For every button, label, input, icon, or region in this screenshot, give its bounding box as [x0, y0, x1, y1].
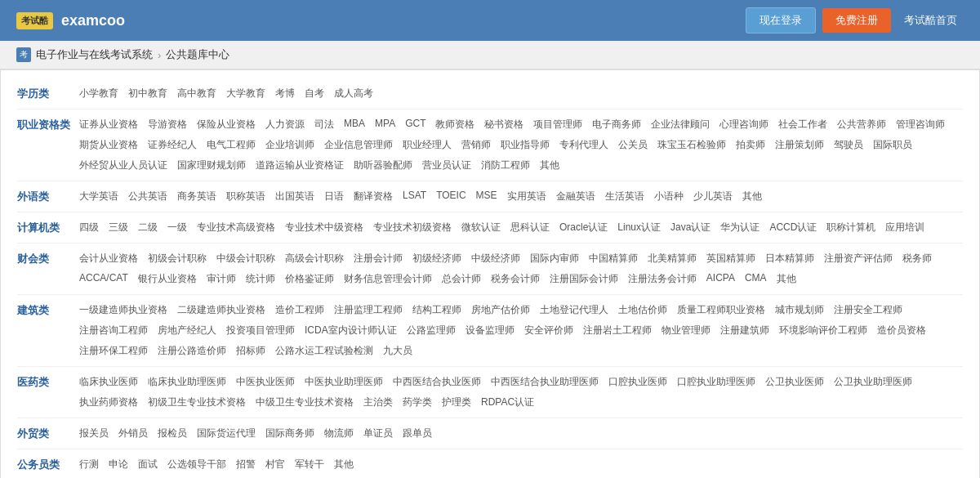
category-item[interactable]: 税务师 [898, 250, 937, 267]
category-item[interactable]: 国家理财规划师 [172, 157, 251, 174]
category-item[interactable]: 注册咨询工程师 [74, 322, 153, 339]
category-item[interactable]: RDPAC认证 [476, 394, 539, 411]
category-item[interactable]: 注册策划师 [770, 136, 829, 154]
category-item[interactable]: 房地产经纪人 [153, 322, 221, 339]
category-item[interactable]: 专利代理人 [555, 136, 613, 154]
category-item[interactable]: MPA [370, 116, 400, 133]
category-item[interactable]: 物业管理师 [657, 322, 715, 339]
category-item[interactable]: 人力资源 [261, 116, 310, 133]
category-item[interactable]: 投资项目管理师 [221, 322, 300, 339]
category-item[interactable]: 高级会计职称 [280, 250, 349, 267]
category-item[interactable]: 高中教育 [172, 85, 221, 102]
category-item[interactable]: 企业培训师 [261, 136, 319, 154]
category-item[interactable]: 注册监理工程师 [329, 302, 408, 319]
category-item[interactable]: 造价员资格 [872, 322, 931, 339]
category-item[interactable]: 大学教育 [221, 85, 270, 102]
category-item[interactable]: 实用英语 [502, 188, 551, 205]
category-item[interactable]: 二级建造师执业资格 [172, 302, 270, 319]
category-item[interactable]: 企业法律顾问 [646, 116, 715, 133]
category-item[interactable]: 安全评价师 [519, 322, 578, 339]
category-item[interactable]: 企业信息管理师 [319, 136, 398, 154]
category-item[interactable]: 翻译资格 [349, 188, 398, 205]
category-item[interactable]: 日语 [319, 188, 349, 205]
category-item[interactable]: 单证员 [359, 425, 398, 442]
category-item[interactable]: 保险从业资格 [192, 116, 261, 133]
breadcrumb-system[interactable]: 电子作业与在线考试系统 [36, 47, 153, 62]
category-item[interactable]: 中医执业助理医师 [300, 373, 388, 391]
category-item[interactable]: TOEIC [431, 188, 470, 205]
category-item[interactable]: 拍卖师 [731, 136, 770, 154]
category-item[interactable]: 商务英语 [172, 188, 221, 205]
category-item[interactable]: 跟单员 [398, 425, 437, 442]
category-item[interactable]: 中级经济师 [466, 250, 525, 267]
category-item[interactable]: 公共营养师 [832, 116, 891, 133]
category-item[interactable]: ACCA/CAT [74, 270, 133, 288]
category-item[interactable]: 中西医结合执业助理医师 [486, 373, 604, 391]
category-item[interactable]: 国际商务师 [261, 425, 319, 442]
category-item[interactable]: 初中教育 [123, 85, 172, 102]
category-item[interactable]: GCT [400, 116, 430, 133]
category-item[interactable]: 价格鉴证师 [280, 270, 339, 288]
category-item[interactable]: 驾驶员 [829, 136, 868, 154]
category-item[interactable]: 临床执业医师 [74, 373, 143, 391]
category-item[interactable]: 环境影响评价工程师 [774, 322, 872, 339]
category-item[interactable]: 造价工程师 [270, 302, 329, 319]
category-item[interactable]: 出国英语 [270, 188, 319, 205]
category-item[interactable]: 中医执业医师 [231, 373, 300, 391]
category-item[interactable]: AICPA [702, 270, 740, 288]
category-item[interactable]: Java认证 [666, 219, 715, 236]
category-item[interactable]: 电子商务师 [587, 116, 646, 133]
category-item[interactable]: 城市规划师 [770, 302, 829, 319]
category-item[interactable]: 职称计算机 [822, 219, 880, 236]
category-item[interactable]: MBA [339, 116, 370, 133]
category-item[interactable]: 招标师 [231, 342, 270, 360]
category-item[interactable]: 电气工程师 [202, 136, 261, 154]
category-item[interactable]: 秘书资格 [479, 116, 528, 133]
category-item[interactable]: 公关员 [613, 136, 653, 154]
category-item[interactable]: 审计师 [202, 270, 241, 288]
category-item[interactable]: 结构工程师 [408, 302, 466, 319]
category-item[interactable]: 专业技术初级资格 [368, 219, 457, 236]
category-item[interactable]: 初级经济师 [408, 250, 466, 267]
category-item[interactable]: 思科认证 [506, 219, 555, 236]
category-item[interactable]: 注册建筑师 [715, 322, 774, 339]
category-item[interactable]: 财务信息管理会计师 [339, 270, 437, 288]
category-item[interactable]: 证券从业资格 [74, 116, 143, 133]
login-button[interactable]: 现在登录 [746, 7, 816, 34]
category-item[interactable]: 中级卫生专业技术资格 [251, 394, 359, 411]
category-item[interactable]: 中级会计职称 [212, 250, 280, 267]
category-item[interactable]: ACCD认证 [764, 219, 822, 236]
category-item[interactable]: 注册国际会计师 [545, 270, 623, 288]
category-item[interactable]: 注册法务会计师 [623, 270, 702, 288]
category-item[interactable]: 小语种 [649, 188, 688, 205]
category-item[interactable]: 公路水运工程试验检测 [270, 342, 378, 360]
category-item[interactable]: 管理咨询师 [891, 116, 950, 133]
category-item[interactable]: 注册资产评估师 [819, 250, 898, 267]
category-item[interactable]: 总会计师 [437, 270, 486, 288]
category-item[interactable]: 三级 [104, 219, 133, 236]
category-item[interactable]: 公路监理师 [402, 322, 461, 339]
category-item[interactable]: 专业技术高级资格 [192, 219, 280, 236]
category-item[interactable]: 注册岩土工程师 [578, 322, 657, 339]
category-item[interactable]: 导游资格 [143, 116, 192, 133]
category-item[interactable]: MSE [471, 188, 502, 205]
category-item[interactable]: 二级 [133, 219, 163, 236]
category-item[interactable]: 银行从业资格 [133, 270, 202, 288]
category-item[interactable]: 其他 [329, 456, 359, 473]
category-item[interactable]: 营销师 [457, 136, 496, 154]
category-item[interactable]: 营业员认证 [417, 157, 476, 174]
category-item[interactable]: 注册公路造价师 [153, 342, 231, 360]
category-item[interactable]: 司法 [310, 116, 339, 133]
category-item[interactable]: 证券经纪人 [143, 136, 202, 154]
category-item[interactable]: 房地产估价师 [466, 302, 535, 319]
category-item[interactable]: 国际货运代理 [192, 425, 261, 442]
category-item[interactable]: 考博 [270, 85, 300, 102]
category-item[interactable]: 英国精算师 [702, 250, 760, 267]
category-item[interactable]: 土地登记代理人 [535, 302, 613, 319]
register-button[interactable]: 免费注册 [822, 8, 891, 33]
category-item[interactable]: 公卫执业医师 [760, 373, 829, 391]
category-item[interactable]: 项目管理师 [528, 116, 587, 133]
category-item[interactable]: 九大员 [378, 342, 417, 360]
category-item[interactable]: 面试 [133, 456, 163, 473]
category-item[interactable]: 统计师 [241, 270, 280, 288]
